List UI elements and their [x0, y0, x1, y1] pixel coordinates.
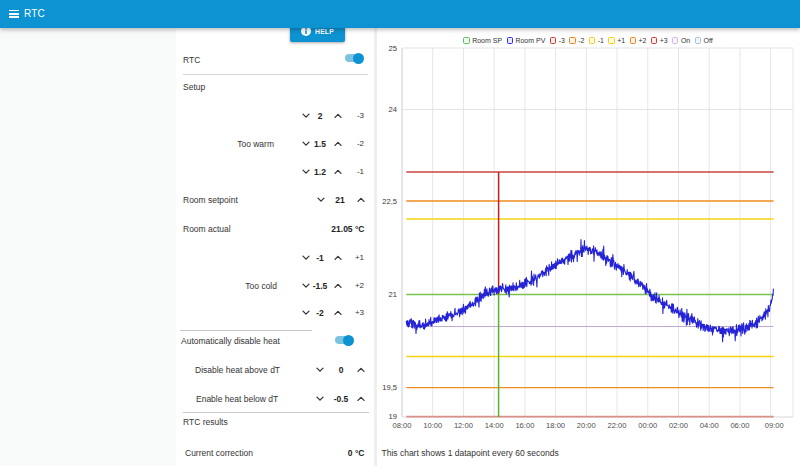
svg-text:10:00: 10:00 [423, 421, 442, 430]
svg-text:09:00: 09:00 [765, 421, 784, 430]
svg-text:16:00: 16:00 [515, 421, 534, 430]
svg-text:22:00: 22:00 [607, 421, 626, 430]
svg-text:19,5: 19,5 [382, 383, 397, 392]
svg-text:18:00: 18:00 [546, 421, 565, 430]
svg-text:12:00: 12:00 [454, 421, 473, 430]
svg-text:21: 21 [389, 290, 397, 299]
svg-text:20:00: 20:00 [577, 421, 596, 430]
svg-text:04:00: 04:00 [700, 421, 719, 430]
svg-text:02:00: 02:00 [669, 421, 688, 430]
svg-text:06:00: 06:00 [730, 421, 749, 430]
svg-text:25: 25 [389, 44, 397, 53]
svg-text:22,5: 22,5 [382, 197, 397, 206]
svg-text:08:00: 08:00 [392, 421, 411, 430]
svg-text:19: 19 [389, 412, 397, 421]
svg-text:00:00: 00:00 [638, 421, 657, 430]
svg-text:14:00: 14:00 [485, 421, 504, 430]
svg-text:24: 24 [389, 105, 397, 114]
